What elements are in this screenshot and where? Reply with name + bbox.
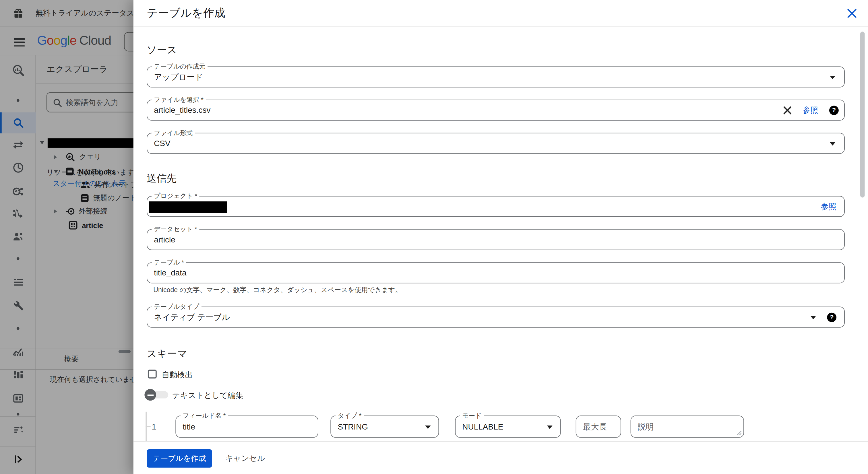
max-length-input[interactable]: 最大長 (576, 415, 621, 438)
create-table-button[interactable]: テーブルを作成 (147, 449, 212, 468)
cancel-button[interactable]: キャンセル (225, 449, 265, 468)
help-icon[interactable]: ? (827, 313, 836, 322)
chevron-down-icon (830, 142, 835, 146)
mode-select[interactable]: モード NULLABLE (455, 415, 561, 438)
section-destination: 送信先 (147, 171, 177, 185)
edit-as-text-label: テキストとして編集 (172, 391, 243, 401)
create-from-field[interactable]: テーブルの作成元 アップロード (147, 66, 845, 87)
redacted-project-value (149, 201, 227, 213)
table-name-helper-text: Unicode の文字、マーク、数字、コネクタ、ダッシュ、スペースを使用できます… (153, 285, 402, 295)
dialog-scrollbar[interactable] (860, 32, 865, 198)
resize-handle-icon[interactable] (737, 431, 742, 435)
browse-link[interactable]: 参照 (803, 100, 818, 120)
close-icon[interactable] (846, 8, 858, 19)
table-type-field[interactable]: テーブルタイプ ネイティブ テーブル ? (147, 307, 845, 327)
divider (133, 26, 868, 27)
section-schema: スキーマ (147, 347, 187, 360)
type-select[interactable]: タイプ * STRING (330, 415, 439, 438)
help-icon[interactable]: ? (829, 105, 839, 115)
divider (133, 441, 868, 442)
browse-link[interactable]: 参照 (821, 196, 836, 216)
select-file-field[interactable]: ファイルを選択 * article_titles.csv 参照 ? (147, 100, 845, 121)
edit-as-text-toggle-thumb[interactable] (144, 389, 156, 401)
field-label: プロジェクト * (152, 192, 199, 200)
bigquery-console: 無料トライアルのステータス: ¥ GoogleCloud (0, 0, 868, 474)
chevron-down-icon (810, 316, 816, 319)
schema-row-number: 1 (152, 422, 156, 431)
auto-detect-label: 自動検出 (162, 370, 193, 380)
row-connector (146, 426, 150, 427)
section-source: ソース (147, 43, 177, 56)
description-input[interactable]: 説明 (631, 415, 744, 438)
auto-detect-checkbox[interactable] (148, 370, 157, 378)
create-table-dialog: テーブルを作成 ソース テーブルの作成元 アップロード ファイルを選択 * ar… (133, 0, 868, 474)
field-name-input[interactable]: フィールド名 * title (175, 415, 318, 438)
chevron-down-icon (830, 76, 835, 79)
clear-icon[interactable] (783, 105, 792, 115)
chevron-down-icon (425, 425, 431, 429)
table-name-field[interactable]: テーブル * title_data (147, 262, 845, 283)
chevron-down-icon (547, 425, 552, 429)
project-field[interactable]: プロジェクト * 参照 (147, 196, 845, 217)
dialog-title: テーブルを作成 (147, 5, 225, 20)
file-format-field[interactable]: ファイル形式 CSV (147, 133, 845, 154)
dataset-field[interactable]: データセット * article (147, 229, 845, 250)
